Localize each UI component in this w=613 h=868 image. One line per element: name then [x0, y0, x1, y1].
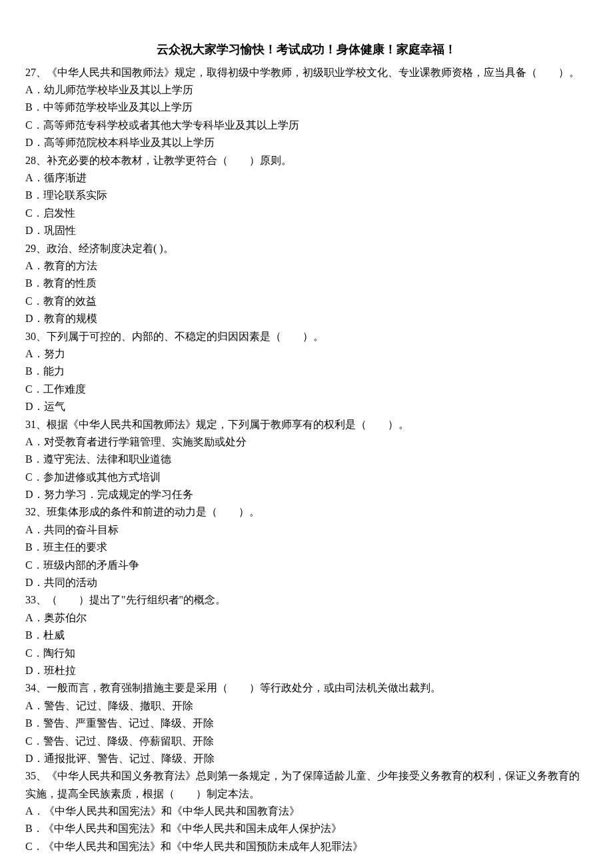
document-line: 27、《中华人民共和国教师法》规定，取得初级中学教师，初级职业学校文化、专业课教…: [25, 64, 588, 81]
document-line: 31、根据《中华人民共和国教师法》规定，下列属于教师享有的权利是（ ）。: [25, 416, 588, 433]
document-line: B．理论联系实际: [25, 187, 588, 204]
document-line: C．工作难度: [25, 381, 588, 398]
document-line: D．班杜拉: [25, 662, 588, 679]
document-line: D．高等师范院校本科毕业及其以上学历: [25, 134, 588, 151]
document-line: C．启发性: [25, 205, 588, 222]
document-line: B．能力: [25, 363, 588, 380]
document-line: 28、补充必要的校本教材，让教学更符合（ ）原则。: [25, 152, 588, 169]
document-line: C．班级内部的矛盾斗争: [25, 557, 588, 574]
document-line: A．努力: [25, 345, 588, 363]
document-line: 33、（ ）提出了"先行组织者"的概念。: [25, 591, 588, 609]
document-line: C．教育的效益: [25, 293, 588, 310]
document-line: 32、班集体形成的条件和前进的动力是（ ）。: [25, 503, 588, 521]
document-line: D．通报批评、警告、记过、降级、开除: [25, 750, 588, 767]
document-line: A．循序渐进: [25, 169, 588, 187]
document-body: 27、《中华人民共和国教师法》规定，取得初级中学教师，初级职业学校文化、专业课教…: [25, 64, 588, 856]
document-line: B．班主任的要求: [25, 539, 588, 556]
document-line: C．参加进修或其他方式培训: [25, 469, 588, 486]
document-line: B．警告、严重警告、记过、降级、开除: [25, 715, 588, 732]
document-line: A．奥苏伯尔: [25, 609, 588, 627]
document-line: B．教育的性质: [25, 275, 588, 292]
document-line: D．巩固性: [25, 222, 588, 239]
document-line: C．陶行知: [25, 645, 588, 662]
document-line: B．中等师范学校毕业及其以上学历: [25, 99, 588, 116]
document-line: D．共同的活动: [25, 574, 588, 591]
document-line: A．对受教育者进行学籍管理、实施奖励或处分: [25, 433, 588, 451]
document-line: A．共同的奋斗目标: [25, 521, 588, 539]
document-line: D．努力学习．完成规定的学习任务: [25, 486, 588, 503]
document-line: 34、一般而言，教育强制措施主要是采用（ ）等行政处分，或由司法机关做出裁判。: [25, 679, 588, 697]
document-line: C．《中华人民共和国宪法》和《中华人民共和国预防未成年人犯罪法》: [25, 838, 588, 855]
document-line: D．教育的规模: [25, 310, 588, 327]
document-line: B．《中华人民共和国宪法》和《中华人民共和国未成年人保护法》: [25, 820, 588, 837]
page-header: 云众祝大家学习愉快！考试成功！身体健康！家庭幸福！: [25, 40, 588, 60]
document-line: B．杜威: [25, 627, 588, 644]
document-line: A．警告、记过、降级、撤职、开除: [25, 697, 588, 715]
document-line: 35、《中华人民共和国义务教育法》总则第一条规定，为了保障适龄儿童、少年接受义务…: [25, 767, 588, 803]
document-line: 29、政治、经济制度决定着( )。: [25, 240, 588, 257]
document-line: A．《中华人民共和国宪法》和《中华人民共和国教育法》: [25, 803, 588, 820]
document-line: A．幼儿师范学校毕业及其以上学历: [25, 81, 588, 99]
document-line: A．教育的方法: [25, 257, 588, 275]
document-line: D．运气: [25, 398, 588, 415]
document-line: C．警告、记过、降级、停薪留职、开除: [25, 733, 588, 750]
document-line: C．高等师范专科学校或者其他大学专科毕业及其以上学历: [25, 117, 588, 134]
document-line: B．遵守宪法、法律和职业道德: [25, 451, 588, 468]
document-line: 30、下列属于可控的、内部的、不稳定的归因因素是（ ）。: [25, 328, 588, 345]
